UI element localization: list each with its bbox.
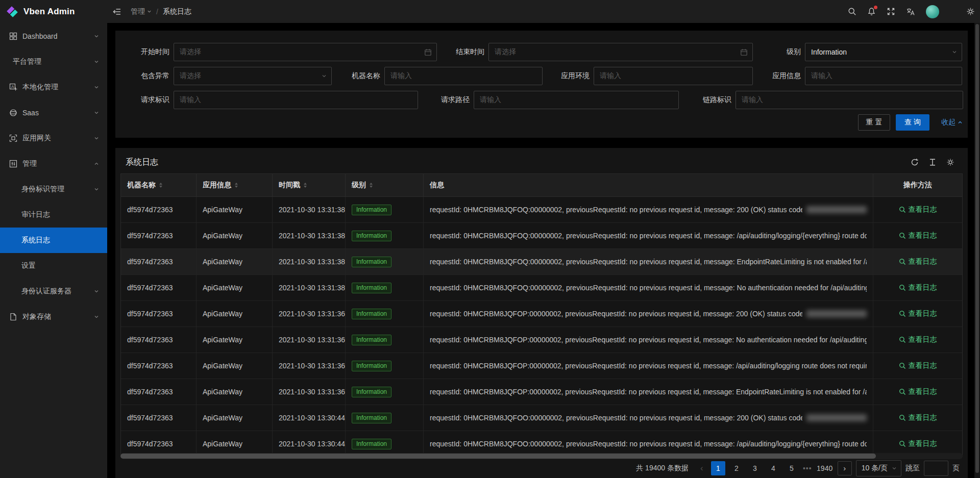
refresh-icon[interactable] <box>911 158 919 166</box>
view-log-label: 查看日志 <box>909 335 937 344</box>
sidebar-item-dashboard[interactable]: Dashboard <box>0 23 107 49</box>
magnifier-icon <box>899 388 906 395</box>
cell-actions: 查看日志 <box>873 249 962 274</box>
include-exception-select[interactable]: 请选择 <box>174 67 332 85</box>
collapse-filter-link[interactable]: 收起 <box>934 114 970 131</box>
header-actions <box>848 5 980 18</box>
level-badge: Information <box>352 439 391 449</box>
pagination-pages: 12345 <box>711 461 799 475</box>
level-select[interactable]: Information <box>805 43 962 61</box>
machine-name-input[interactable]: 请输入 <box>384 67 543 85</box>
pagination-next-button[interactable]: › <box>838 461 852 475</box>
machine-name-text: df5974d72363 <box>127 388 173 396</box>
page-scrollbar[interactable] <box>974 23 980 478</box>
view-log-link[interactable]: 查看日志 <box>899 309 937 318</box>
sort-icon[interactable] <box>370 183 373 188</box>
sidebar-item-platform-management[interactable]: 平台管理 <box>0 49 107 74</box>
user-avatar[interactable] <box>926 5 939 18</box>
gateway-icon <box>9 134 17 142</box>
reset-button[interactable]: 重 置 <box>858 114 890 131</box>
sidebar-item-object-storage[interactable]: 对象存储 <box>0 304 107 330</box>
column-header-level[interactable]: 级别 <box>346 174 424 196</box>
column-header-machine-name[interactable]: 机器名称 <box>121 174 197 196</box>
field-label: 开始时间 <box>126 47 169 57</box>
view-log-link[interactable]: 查看日志 <box>899 283 937 292</box>
view-log-link[interactable]: 查看日志 <box>899 205 937 214</box>
column-header-app-info[interactable]: 应用信息 <box>197 174 273 196</box>
app-title: Vben Admin <box>23 7 75 17</box>
sidebar-item-system-logs[interactable]: 系统日志 <box>0 228 107 253</box>
cell-timestamp: 2021-10-30 13:31:38 <box>273 249 346 274</box>
sidebar-item-auth-server[interactable]: 身份认证服务器 <box>0 279 107 304</box>
trace-id-input[interactable]: 请输入 <box>736 91 963 109</box>
sidebar-item-settings[interactable]: 设置 <box>0 253 107 279</box>
notification-badge <box>874 6 877 9</box>
chevron-down-icon <box>952 49 957 55</box>
breadcrumb-parent[interactable]: 管理 <box>131 7 152 16</box>
search-icon[interactable] <box>848 7 856 16</box>
notification-bell-icon[interactable] <box>867 7 876 16</box>
chevron-down-icon <box>94 187 99 192</box>
app-logo[interactable]: Vben Admin <box>0 0 107 23</box>
view-log-link[interactable]: 查看日志 <box>899 413 937 422</box>
sort-icon[interactable] <box>159 183 162 188</box>
sidebar-item-management[interactable]: 管理 <box>0 151 107 177</box>
pagination-page-1[interactable]: 1 <box>711 461 725 475</box>
sidebar-item-audit-logs[interactable]: 审计日志 <box>0 202 107 228</box>
page-scrollbar-thumb[interactable] <box>975 24 979 473</box>
view-log-link[interactable]: 查看日志 <box>899 231 937 240</box>
pagination-page-3[interactable]: 3 <box>748 461 762 475</box>
request-id-input[interactable]: 请输入 <box>174 91 418 109</box>
magnifier-icon <box>899 258 906 265</box>
view-log-label: 查看日志 <box>909 309 937 318</box>
sidebar-item-app-gateway[interactable]: 应用网关 <box>0 125 107 151</box>
field-label: 应用信息 <box>748 71 801 81</box>
sidebar-item-label: 身份认证服务器 <box>21 287 91 296</box>
view-log-link[interactable]: 查看日志 <box>899 361 937 370</box>
pagination-ellipsis[interactable]: ••• <box>803 464 812 472</box>
management-icon <box>9 160 17 168</box>
sidebar-item-saas[interactable]: Saas <box>0 100 107 125</box>
level-badge: Information <box>352 205 391 215</box>
start-time-date-picker[interactable]: 请选择 <box>174 43 437 61</box>
pagination-page-5[interactable]: 5 <box>785 461 799 475</box>
view-log-link[interactable]: 查看日志 <box>899 387 937 396</box>
magnifier-icon <box>899 440 906 447</box>
pagination-last-page[interactable]: 1940 <box>816 461 834 475</box>
column-settings-gear-icon[interactable] <box>946 158 954 166</box>
settings-gear-icon[interactable] <box>966 7 975 16</box>
sidebar-item-identity-management[interactable]: 身份标识管理 <box>0 177 107 202</box>
jump-page-input[interactable] <box>924 461 948 476</box>
timestamp-text: 2021-10-30 13:31:36 <box>279 310 345 318</box>
request-path-input[interactable]: 请输入 <box>474 91 679 109</box>
app-info-input[interactable]: 请输入 <box>805 67 962 85</box>
locale-translate-icon[interactable] <box>906 7 915 16</box>
view-log-link[interactable]: 查看日志 <box>899 439 937 448</box>
sort-icon[interactable] <box>304 183 307 188</box>
sort-icon[interactable] <box>235 183 238 188</box>
menu-collapse-icon[interactable] <box>112 7 121 16</box>
column-header-timestamp[interactable]: 时间戳 <box>273 174 346 196</box>
chevron-down-icon <box>892 466 897 471</box>
chevron-down-icon <box>147 9 152 14</box>
sidebar-item-localization[interactable]: A本地化管理 <box>0 74 107 100</box>
cell-app-info: ApiGateWay <box>197 327 273 353</box>
filter-field-start-time: 开始时间请选择 <box>126 43 437 61</box>
cell-actions: 查看日志 <box>873 197 962 222</box>
cell-timestamp: 2021-10-30 13:31:36 <box>273 301 346 326</box>
view-log-link[interactable]: 查看日志 <box>899 257 937 266</box>
horizontal-scrollbar[interactable] <box>120 453 963 459</box>
pagination-page-4[interactable]: 4 <box>766 461 780 475</box>
row-height-icon[interactable] <box>928 158 937 166</box>
fullscreen-icon[interactable] <box>887 7 895 16</box>
end-time-date-picker[interactable]: 请选择 <box>488 43 753 61</box>
app-info-text: ApiGateWay <box>203 440 242 448</box>
app-environment-input[interactable]: 请输入 <box>594 67 753 85</box>
horizontal-scrollbar-thumb[interactable] <box>120 454 876 459</box>
pagination-page-2[interactable]: 2 <box>729 461 744 475</box>
view-log-link[interactable]: 查看日志 <box>899 335 937 344</box>
search-button[interactable]: 查 询 <box>896 114 929 131</box>
page-size-select[interactable]: 10 条/页 <box>856 460 901 476</box>
pagination-prev-button[interactable]: ‹ <box>697 463 707 473</box>
cell-message: requestId: 0HMCRBM8JQFOP:00000002, previ… <box>424 379 873 405</box>
